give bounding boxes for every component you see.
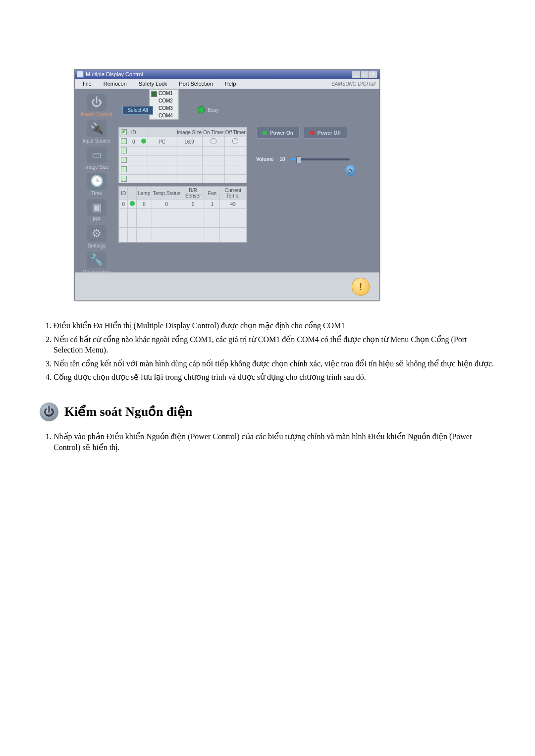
sidebar-item-time[interactable]: 🕒 Time [87,173,107,196]
table-row[interactable] [119,175,247,184]
col-input [148,128,176,137]
col-current-temp: Current Temp. [219,187,246,200]
window-title: Multiple Display Control [86,71,143,77]
sidebar-item-image-size[interactable]: ▭ Image Size [84,147,109,170]
checkbox-icon[interactable] [121,129,127,135]
col-status [128,187,136,200]
warning-icon[interactable]: ! [352,278,370,296]
port-option-com3[interactable]: COM3 [150,104,178,112]
sidebar-item-label: Power Control [81,112,112,117]
image-size-icon: ▭ [87,147,107,163]
timer-off-icon [232,138,238,144]
list-item: Điều khiển Đa Hiển thị (Multiple Display… [54,320,495,331]
wrench-icon: 🔧 [87,252,107,268]
volume-thumb[interactable] [296,156,301,163]
row-checkbox[interactable] [121,157,127,163]
power-off-label: Power Off [318,130,341,136]
cell-lamp: 0 [136,200,152,209]
maximize-button[interactable]: □ [360,71,369,78]
table-header-row: ID Lamp Temp.Status B/R Senser Fan Curre… [119,187,247,200]
table-row[interactable] [119,147,247,156]
menu-remocon[interactable]: Remocon [98,79,133,89]
pip-icon: ▣ [87,199,107,216]
port-option-com2[interactable]: COM2 [150,97,178,104]
sidebar: ⏻ Power Control 🔌 Input Source ▭ Image S… [75,89,118,272]
power-off-dot-icon [310,131,315,135]
sidebar-item-power-control[interactable]: ⏻ Power Control [81,94,112,117]
sidebar-item-label: PIP [87,217,107,222]
volume-control: Volume 10 [256,156,370,162]
volume-fill [290,158,296,160]
sidebar-item-label: Settings [87,243,107,249]
section-title: Kiểm soát Nguồn điện [64,404,192,419]
app-window: Multiple Display Control _ □ ✕ File Remo… [74,69,380,301]
table-row[interactable] [119,237,247,243]
row-checkbox[interactable] [121,148,127,153]
port-option-com1[interactable]: COM1 [150,90,178,97]
doc-list: Điều khiển Đa Hiển thị (Multiple Display… [40,320,495,383]
section-header: ⏻ Kiểm soát Nguồn điện [40,403,495,421]
minimize-button[interactable]: _ [352,71,361,78]
power-on-button[interactable]: Power On [256,127,300,139]
list-item: Cổng được chọn được sẽ lưu lại trong chư… [54,372,495,383]
volume-slider[interactable] [290,158,350,160]
col-id: ID [128,128,139,137]
cell-br: 0 [181,200,205,209]
busy-dot-icon [198,106,205,113]
list-item: Nếu có bất cứ cổng nào khác ngoài cổng C… [54,334,495,355]
menu-file[interactable]: File [77,79,98,89]
busy-status: Busy [198,106,218,114]
brand-label: SAMSUNG DIGITall [331,81,379,87]
section-list: Nhấp vào phần Điều khiển Nguồn điện (Pow… [40,431,495,453]
power-icon: ⏻ [87,94,107,111]
cell-temp-status: 0 [152,200,181,209]
sidebar-item-input-source[interactable]: 🔌 Input Source [83,120,111,144]
input-source-icon: 🔌 [87,120,107,137]
list-item: Nếu tên cổng kết nối với màn hình dùng c… [54,358,495,369]
menu-safety-lock[interactable]: Safety Lock [133,79,173,89]
table-row[interactable]: 0 0 0 0 1 49 [119,200,247,209]
cell-id: 0 [119,200,128,209]
cell-fan: 1 [205,200,220,209]
sidebar-item-pip[interactable]: ▣ PIP [87,199,107,222]
sidebar-item-settings[interactable]: ⚙ Settings [87,225,107,249]
col-off-timer: Off Timer [224,128,246,137]
row-checkbox[interactable] [121,176,127,182]
col-temp-status: Temp.Status [152,187,181,200]
cell-id: 0 [128,137,139,147]
timer-off-icon [211,138,216,144]
busy-label: Busy [208,107,218,113]
col-check [119,128,128,137]
close-button[interactable]: ✕ [369,71,377,78]
power-off-button[interactable]: Power Off [304,127,347,139]
select-all-button[interactable]: Select All [122,106,153,115]
col-status [139,128,148,137]
cell-input: PC [148,137,176,147]
table-row[interactable] [119,156,247,165]
table-row[interactable] [119,218,247,228]
menu-port-selection[interactable]: Port Selection [173,79,218,89]
row-checkbox[interactable] [121,138,127,144]
table-row[interactable] [119,209,247,218]
port-selection-dropdown[interactable]: COM1 COM2 COM3 COM4 [149,89,179,120]
row-checkbox[interactable] [121,166,127,172]
volume-label: Volume [256,156,273,162]
status-dot-icon [141,139,146,144]
table-row[interactable]: 0 PC 16:9 [119,137,247,147]
display-grid: ID Image Size On Timer Off Timer 0 PC [118,127,247,183]
port-option-com4[interactable]: COM4 [150,112,178,119]
sidebar-item-maintenance[interactable]: 🔧 Maintenance [82,252,110,275]
power-on-dot-icon [263,131,267,135]
menu-help[interactable]: Help [219,79,242,89]
col-image-size: Image Size [176,128,202,137]
clock-icon: 🕒 [87,173,107,190]
speaker-icon[interactable]: 🔊 [345,165,356,176]
gear-icon: ⚙ [87,225,107,242]
col-fan: Fan [205,187,220,200]
table-row[interactable] [119,228,247,237]
col-lamp: Lamp [136,187,152,200]
list-item: Nhấp vào phần Điều khiển Nguồn điện (Pow… [54,431,495,453]
power-on-label: Power On [270,130,293,136]
sidebar-item-label: Time [87,191,107,196]
table-row[interactable] [119,165,247,175]
